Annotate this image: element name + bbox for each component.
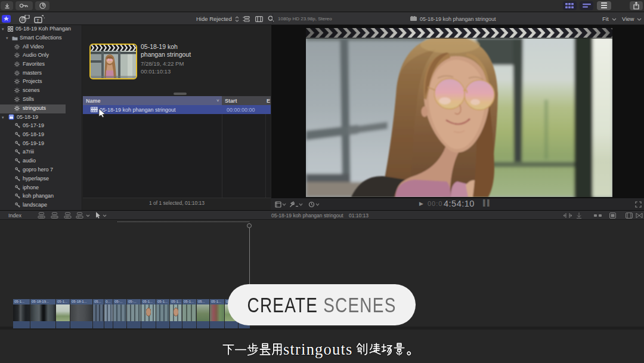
svg-text:T: T [36,18,39,23]
svg-text:stringouts: stringouts [283,340,353,358]
